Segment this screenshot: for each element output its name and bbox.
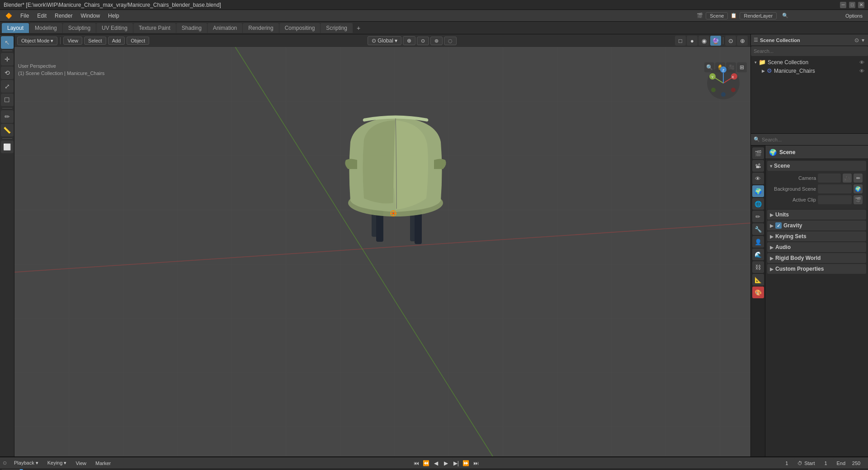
prop-camera-picker[interactable]: 🎥: [843, 174, 852, 183]
workspace-layout[interactable]: Layout: [2, 23, 29, 33]
timeline-marker-menu[interactable]: Marker: [92, 460, 114, 467]
workspace-uv-editing[interactable]: UV Editing: [96, 23, 133, 33]
workspace-sculpting[interactable]: Sculpting: [63, 23, 96, 33]
timeline-view-menu[interactable]: View: [72, 460, 90, 467]
outliner-menu-icon[interactable]: ▾: [861, 37, 865, 44]
mode-selector[interactable]: Object Mode ▾: [17, 37, 57, 45]
menu-help[interactable]: Help: [104, 12, 123, 20]
prop-tab-constraints[interactable]: ⛓: [752, 261, 764, 273]
prop-section-units-header[interactable]: ▶ Units: [767, 210, 866, 220]
3d-viewport[interactable]: Object Mode ▾ View Select Add Object ⊙ G…: [14, 34, 750, 456]
prop-section-audio-header[interactable]: ▶ Audio: [767, 242, 866, 252]
search-bar[interactable]: 🔍: [779, 11, 843, 20]
scene-selector[interactable]: Scene: [706, 12, 728, 19]
workspace-shading[interactable]: Shading: [176, 23, 207, 33]
menu-blender[interactable]: 🔶: [2, 12, 16, 20]
prop-camera-new[interactable]: ✏: [854, 174, 863, 183]
tl-end-frame[interactable]: 250: [847, 459, 865, 468]
tool-measure[interactable]: 📏: [1, 124, 14, 136]
visibility-icon-2[interactable]: 👁: [859, 68, 864, 74]
gizmo-toggle[interactable]: ⊕: [737, 36, 748, 46]
prop-tab-scene[interactable]: 🌍: [752, 185, 764, 197]
tool-move[interactable]: ✛: [1, 53, 14, 66]
shading-material[interactable]: ◉: [698, 36, 709, 46]
object-menu[interactable]: Object: [127, 37, 149, 45]
outliner-scene-collection[interactable]: ▾ 📁 Scene Collection 👁: [751, 58, 868, 66]
menu-render[interactable]: Render: [51, 12, 76, 20]
shading-rendered[interactable]: 🔮: [710, 36, 721, 46]
timeline-playback-menu[interactable]: Playback ▾: [10, 459, 42, 467]
timeline-keying-menu[interactable]: Keying ▾: [44, 459, 71, 467]
prop-tab-render[interactable]: 🎬: [752, 147, 764, 159]
prop-section-keying-sets-header[interactable]: ▶ Keying Sets: [767, 231, 866, 241]
snap-menu[interactable]: ⊕: [403, 36, 415, 45]
transform-pivot[interactable]: ⊛: [430, 37, 443, 45]
tool-rotate[interactable]: ⟲: [1, 66, 14, 79]
prop-tab-physics[interactable]: 🌊: [752, 249, 764, 260]
tl-current-frame[interactable]: 1: [778, 459, 796, 468]
tl-prev-frame[interactable]: ◀: [432, 459, 441, 468]
workspace-add-button[interactable]: +: [353, 23, 364, 33]
maximize-button[interactable]: □: [849, 2, 855, 8]
prop-tab-world[interactable]: 🌐: [752, 198, 764, 210]
prop-section-scene-header[interactable]: ▾ Scene: [767, 161, 866, 171]
prop-checkbox-gravity[interactable]: ✓: [775, 222, 782, 229]
prop-search-input[interactable]: [762, 137, 865, 142]
prop-section-rigid-body-header[interactable]: ▶ Rigid Body World: [767, 253, 866, 263]
prop-tab-modifier[interactable]: 🔧: [752, 223, 764, 235]
menu-file[interactable]: File: [17, 12, 33, 20]
prop-tab-object[interactable]: ✏: [752, 211, 764, 222]
outliner-manicure-chairs[interactable]: ▶ ⚙ Manicure_Chairs 👁: [751, 66, 868, 75]
tool-annotate[interactable]: ✏: [1, 110, 14, 123]
prop-tab-particles[interactable]: 👤: [752, 236, 764, 248]
navigation-gizmo[interactable]: X Y Z: [705, 65, 741, 101]
tl-jump-end[interactable]: ⏭: [472, 459, 481, 468]
tl-play[interactable]: ▶: [442, 459, 451, 468]
add-menu[interactable]: Add: [108, 37, 125, 45]
workspace-texture-paint[interactable]: Texture Paint: [133, 23, 176, 33]
tl-jump-start[interactable]: ⏮: [412, 459, 421, 468]
prop-field-active-clip[interactable]: [818, 195, 852, 204]
renderlayer-selector[interactable]: RenderLayer: [740, 12, 777, 19]
close-button[interactable]: ✕: [858, 2, 864, 8]
workspace-compositing[interactable]: Compositing: [279, 23, 321, 33]
prop-section-gravity-header[interactable]: ▶ ✓ Gravity: [767, 221, 866, 230]
proportional-falloff[interactable]: ◌: [444, 37, 457, 45]
prop-active-clip-picker[interactable]: 🎬: [854, 195, 863, 204]
window-controls[interactable]: ─ □ ✕: [840, 2, 864, 8]
menu-window[interactable]: Window: [77, 12, 104, 20]
shading-wireframe[interactable]: □: [675, 36, 686, 46]
select-menu[interactable]: Select: [84, 37, 106, 45]
workspace-rendering[interactable]: Rendering: [243, 23, 278, 33]
menu-edit[interactable]: Edit: [33, 12, 50, 20]
tl-next-keyframe[interactable]: ⏩: [462, 459, 471, 468]
prop-tab-view-layer[interactable]: 👁: [752, 173, 764, 184]
workspace-scripting[interactable]: Scripting: [321, 23, 353, 33]
outliner-filter-icon[interactable]: ⊙: [854, 37, 860, 44]
prop-section-custom-props-header[interactable]: ▶ Custom Properties: [767, 264, 866, 274]
tl-next-frame[interactable]: ▶|: [452, 459, 461, 468]
prop-field-camera[interactable]: [818, 174, 841, 183]
outliner-search[interactable]: [751, 46, 868, 56]
viewport-pivot[interactable]: ⊙ Global ▾: [368, 36, 401, 45]
prop-bg-scene-picker[interactable]: 🌍: [854, 184, 863, 193]
prop-tab-data[interactable]: 📐: [752, 274, 764, 286]
tool-transform[interactable]: ☐: [1, 94, 14, 106]
viewport-canvas[interactable]: User Perspective (1) Scene Collection | …: [14, 47, 750, 456]
prop-field-bg-scene[interactable]: [818, 184, 852, 193]
tl-start-frame[interactable]: 1: [816, 459, 835, 468]
prop-tab-output[interactable]: 📽: [752, 160, 764, 172]
workspace-animation[interactable]: Animation: [208, 23, 242, 33]
visibility-icon[interactable]: 👁: [859, 60, 864, 65]
tool-add-cube[interactable]: ⬜: [1, 141, 14, 153]
proportional-editing[interactable]: ⊙: [417, 37, 429, 45]
minimize-button[interactable]: ─: [840, 2, 846, 8]
view-menu[interactable]: View: [63, 37, 82, 45]
tool-select[interactable]: ↖: [1, 36, 14, 49]
shading-solid[interactable]: ●: [687, 36, 698, 46]
overlay-toggle[interactable]: ⊙: [725, 36, 736, 46]
tool-scale[interactable]: ⤢: [1, 80, 14, 93]
workspace-modeling[interactable]: Modeling: [29, 23, 62, 33]
prop-tab-material[interactable]: 🎨: [752, 287, 764, 298]
tl-prev-keyframe[interactable]: ⏪: [422, 459, 431, 468]
